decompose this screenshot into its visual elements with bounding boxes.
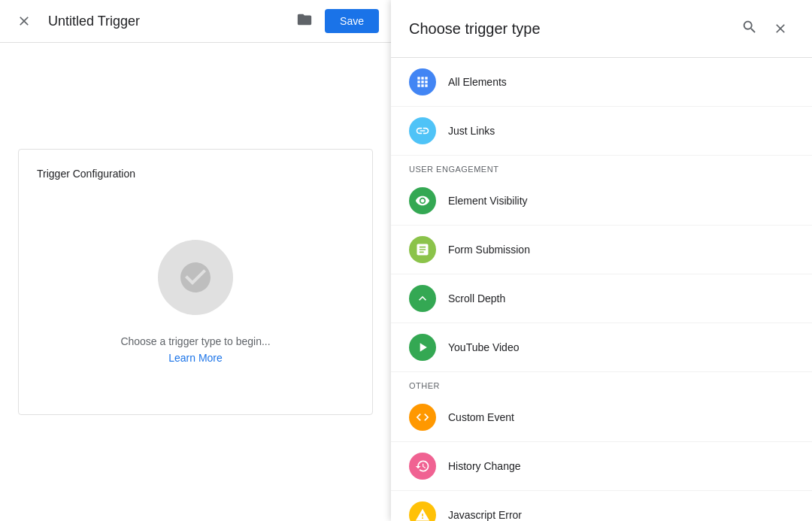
history-change-label: History Change: [448, 460, 521, 472]
history-change-icon: [409, 453, 436, 480]
trigger-item[interactable]: Custom Event: [391, 393, 812, 442]
modal-close-button[interactable]: [767, 15, 794, 42]
scroll-depth-label: Scroll Depth: [448, 292, 505, 304]
all-elements-icon: [409, 68, 436, 95]
scroll-depth-icon: [409, 285, 436, 312]
element-visibility-label: Element Visibility: [448, 195, 528, 207]
custom-event-label: Custom Event: [448, 411, 514, 423]
search-icon[interactable]: [741, 19, 758, 38]
top-bar: Save: [0, 0, 391, 43]
custom-event-icon: [409, 404, 436, 431]
close-button[interactable]: [12, 9, 36, 33]
form-submission-icon: [409, 236, 436, 263]
youtube-video-label: YouTube Video: [448, 341, 519, 353]
just-links-icon: [409, 117, 436, 144]
trigger-item[interactable]: History Change: [391, 442, 812, 491]
trigger-item[interactable]: Scroll Depth: [391, 274, 812, 323]
javascript-error-label: Javascript Error: [448, 509, 522, 521]
trigger-item[interactable]: Just Links: [391, 107, 812, 156]
empty-state-icon: [158, 240, 233, 315]
left-panel: Save Trigger Configuration Choose a trig…: [0, 0, 391, 521]
folder-icon[interactable]: [296, 11, 313, 32]
trigger-config-section: Trigger Configuration Choose a trigger t…: [0, 43, 391, 521]
empty-state: Choose a trigger type to begin... Learn …: [37, 210, 354, 397]
trigger-item[interactable]: Javascript Error: [391, 491, 812, 521]
trigger-item[interactable]: Form Submission: [391, 226, 812, 274]
trigger-item[interactable]: YouTube Video: [391, 323, 812, 372]
youtube-video-icon: [409, 334, 436, 361]
user-engagement-label: User Engagement: [391, 156, 812, 177]
choose-trigger-modal: Choose trigger type All Elements Just Li…: [391, 0, 812, 521]
config-card-title: Trigger Configuration: [37, 168, 354, 180]
config-card: Trigger Configuration Choose a trigger t…: [18, 149, 373, 416]
javascript-error-icon: [409, 501, 436, 521]
other-label: Other: [391, 372, 812, 393]
form-submission-label: Form Submission: [448, 244, 530, 256]
trigger-item[interactable]: Element Visibility: [391, 177, 812, 226]
just-links-label: Just Links: [448, 125, 495, 137]
modal-header: Choose trigger type: [391, 0, 812, 58]
modal-content: All Elements Just Links User Engagement …: [391, 58, 812, 521]
trigger-title-input[interactable]: [48, 14, 284, 29]
trigger-item[interactable]: All Elements: [391, 58, 812, 107]
empty-state-text: Choose a trigger type to begin... Learn …: [120, 333, 270, 367]
modal-title: Choose trigger type: [409, 20, 541, 38]
element-visibility-icon: [409, 187, 436, 214]
learn-more-link[interactable]: Learn More: [168, 352, 223, 364]
save-button[interactable]: Save: [325, 9, 379, 33]
all-elements-label: All Elements: [448, 76, 507, 88]
